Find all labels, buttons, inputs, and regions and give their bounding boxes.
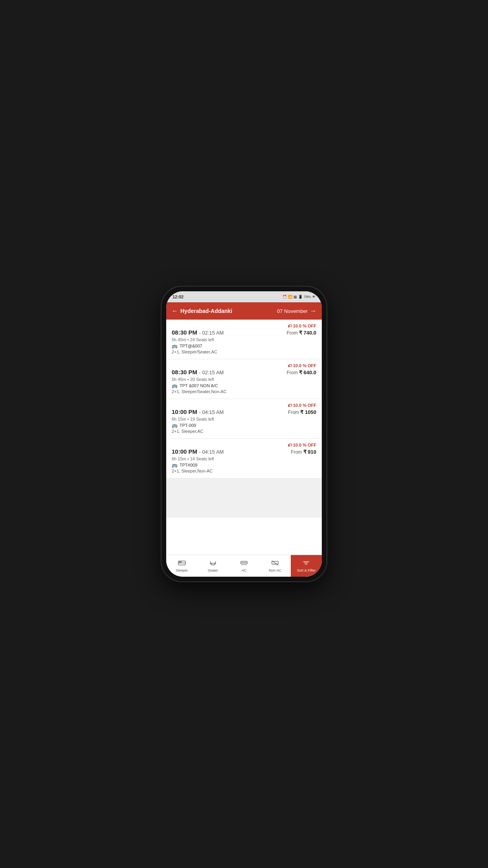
time-info-1: 08:30 PM - 02:15 AM bbox=[172, 329, 224, 336]
empty-section bbox=[166, 478, 322, 518]
bus-list-content: 🏷 10.0 % OFF 08:30 PM - 02:15 AM From ₹ … bbox=[166, 320, 322, 555]
bus-icon-4: 🚌 bbox=[172, 462, 178, 468]
nonac-label: Non-AC bbox=[269, 568, 281, 572]
bus-icon-1: 🚌 bbox=[172, 343, 178, 349]
time-price-row-2: 08:30 PM - 02:15 AM From ₹ 640.0 bbox=[172, 369, 316, 376]
svg-rect-8 bbox=[272, 561, 279, 564]
tag-icon-4: 🏷 bbox=[288, 443, 292, 447]
status-bar: 12:02 ⏰ 📶 ▦ 📱 79% 👁 bbox=[166, 291, 322, 302]
meta-row-2: 5h 45m • 20 Seats left bbox=[172, 377, 316, 382]
tag-icon-2: 🏷 bbox=[288, 363, 292, 368]
back-arrow-icon[interactable]: ← bbox=[172, 307, 178, 314]
header-left[interactable]: ← Hyderabad-Addanki bbox=[172, 307, 232, 314]
time-info-3: 10:00 PM - 04:15 AM bbox=[172, 408, 224, 416]
phone-screen: 12:02 ⏰ 📶 ▦ 📱 79% 👁 ← Hyderabad-Addanki … bbox=[166, 291, 322, 577]
tag-icon-1: 🏷 bbox=[288, 324, 292, 328]
forward-arrow-icon[interactable]: → bbox=[310, 307, 316, 314]
route-title: Hyderabad-Addanki bbox=[180, 308, 232, 314]
price-info-3: From ₹ 1050 bbox=[288, 409, 316, 415]
seater-label: Seater bbox=[208, 568, 218, 572]
date-label: 07 November bbox=[277, 308, 308, 314]
header-right[interactable]: 07 November → bbox=[277, 307, 316, 314]
discount-badge-2: 🏷 10.0 % OFF bbox=[288, 363, 316, 368]
nav-ac[interactable]: AC bbox=[228, 555, 259, 577]
wifi-icon: ▦ bbox=[294, 295, 297, 299]
nav-sleeper[interactable]: Sleeper bbox=[166, 555, 197, 577]
bus-card-3[interactable]: 🏷 10.0 % OFF 10:00 PM - 04:15 AM From ₹ … bbox=[166, 399, 322, 439]
bus-type-row-2: 2+1, Sleeper/Seater,Non-AC bbox=[172, 389, 316, 394]
filter-icon bbox=[302, 560, 310, 568]
app-header: ← Hyderabad-Addanki 07 November → bbox=[166, 302, 322, 320]
status-time: 12:02 bbox=[172, 294, 183, 299]
sleeper-icon bbox=[178, 560, 186, 568]
discount-row-3: 🏷 10.0 % OFF bbox=[172, 403, 316, 408]
time-info-4: 10:00 PM - 04:15 AM bbox=[172, 448, 224, 455]
discount-badge-1: 🏷 10.0 % OFF bbox=[288, 324, 316, 328]
price-info-2: From ₹ 640.0 bbox=[287, 370, 317, 375]
bus-card-2[interactable]: 🏷 10.0 % OFF 08:30 PM - 02:15 AM From ₹ … bbox=[166, 359, 322, 399]
nonac-icon bbox=[271, 560, 279, 568]
bus-icon-2: 🚌 bbox=[172, 383, 178, 388]
bus-name-row-1: 🚌 TPT@&007 bbox=[172, 343, 316, 349]
bus-name-row-2: 🚌 TPT &007 NON A/C bbox=[172, 383, 316, 388]
bus-name-row-3: 🚌 TPT-009 bbox=[172, 423, 316, 428]
price-info-4: From ₹ 910 bbox=[291, 449, 316, 455]
eye-icon: 👁 bbox=[312, 295, 316, 299]
discount-row-1: 🏷 10.0 % OFF bbox=[172, 324, 316, 328]
data-icon: 📶 bbox=[288, 295, 292, 299]
meta-row-4: 6h 15m • 14 Seats left bbox=[172, 456, 316, 461]
bus-type-row-1: 2+1, Sleeper/Seater,AC bbox=[172, 349, 316, 354]
phone-frame: 12:02 ⏰ 📶 ▦ 📱 79% 👁 ← Hyderabad-Addanki … bbox=[161, 287, 327, 581]
discount-row-4: 🏷 10.0 % OFF bbox=[172, 443, 316, 447]
time-price-row-3: 10:00 PM - 04:15 AM From ₹ 1050 bbox=[172, 408, 316, 416]
bus-name-row-4: 🚌 TPT#009 bbox=[172, 462, 316, 468]
ac-label: AC bbox=[242, 568, 247, 572]
signal-icon: 📱 bbox=[298, 295, 303, 299]
sleeper-label: Sleeper bbox=[176, 568, 188, 572]
status-icons: ⏰ 📶 ▦ 📱 79% 👁 bbox=[283, 295, 316, 299]
clock-icon: ⏰ bbox=[283, 295, 287, 299]
time-price-row-1: 08:30 PM - 02:15 AM From ₹ 740.0 bbox=[172, 329, 316, 336]
bus-card-1[interactable]: 🏷 10.0 % OFF 08:30 PM - 02:15 AM From ₹ … bbox=[166, 320, 322, 359]
nav-seater[interactable]: Seater bbox=[197, 555, 228, 577]
discount-row-2: 🏷 10.0 % OFF bbox=[172, 363, 316, 368]
svg-rect-2 bbox=[179, 561, 181, 563]
time-info-2: 08:30 PM - 02:15 AM bbox=[172, 369, 224, 376]
bottom-nav: Sleeper Seater bbox=[166, 555, 322, 577]
ac-icon bbox=[240, 560, 248, 568]
bus-card-4[interactable]: 🏷 10.0 % OFF 10:00 PM - 04:15 AM From ₹ … bbox=[166, 439, 322, 478]
discount-badge-4: 🏷 10.0 % OFF bbox=[288, 443, 316, 447]
price-info-1: From ₹ 740.0 bbox=[287, 330, 317, 336]
seater-icon bbox=[209, 560, 217, 568]
sort-filter-label: Sort & Filter bbox=[297, 568, 316, 572]
bus-type-row-4: 2+1, Sleeper,Non-AC bbox=[172, 469, 316, 473]
battery-indicator: 79% bbox=[304, 295, 311, 299]
tag-icon-3: 🏷 bbox=[288, 403, 292, 408]
nav-sort-filter[interactable]: Sort & Filter bbox=[291, 555, 322, 577]
meta-row-3: 6h 15m • 19 Seats left bbox=[172, 417, 316, 421]
bus-icon-3: 🚌 bbox=[172, 423, 178, 428]
discount-badge-3: 🏷 10.0 % OFF bbox=[288, 403, 316, 408]
time-price-row-4: 10:00 PM - 04:15 AM From ₹ 910 bbox=[172, 448, 316, 455]
meta-row-1: 5h 45m • 24 Seats left bbox=[172, 337, 316, 342]
nav-nonac[interactable]: Non-AC bbox=[260, 555, 291, 577]
bus-type-row-3: 2+1, Sleeper,AC bbox=[172, 429, 316, 434]
